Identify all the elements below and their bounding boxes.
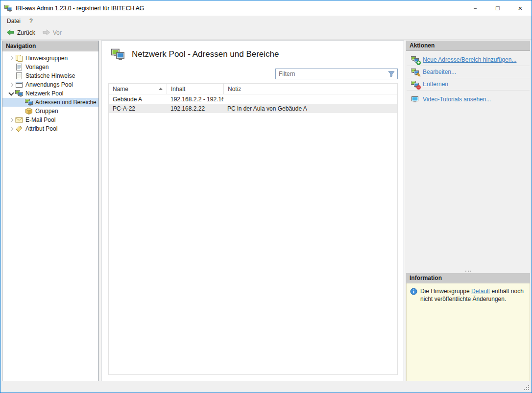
page-title: Netzwerk Pool - Adressen und Bereiche	[132, 49, 279, 59]
action-label: Neue Adresse/Bereich hinzufügen...	[423, 56, 516, 63]
forward-arrow-icon	[42, 29, 50, 37]
table-row[interactable]: Gebäude A 192.168.2.2 - 192.16...	[109, 94, 397, 104]
panel-splitter[interactable]	[406, 269, 530, 273]
app-icon	[4, 4, 12, 12]
back-arrow-icon	[6, 29, 15, 37]
menu-datei[interactable]: Datei	[2, 16, 25, 26]
minimize-button[interactable]: −	[464, 0, 486, 16]
nav-item-attribut-pool[interactable]: Attribut Pool	[2, 124, 98, 133]
information-text: Die Hinweisgruppe Default enthält noch n…	[420, 287, 526, 303]
nav-item-label: Hinweisgruppen	[25, 55, 68, 62]
title-bar[interactable]: IBI-aws Admin 1.23.0 - registriert für I…	[0, 0, 532, 16]
info-icon	[410, 288, 417, 295]
maximize-icon: □	[496, 4, 500, 12]
application-window-icon	[15, 81, 23, 89]
plus-badge-icon	[416, 61, 421, 65]
splitter-dots-icon	[468, 271, 469, 272]
chevron-right-icon[interactable]	[7, 116, 15, 124]
table-row[interactable]: PC-A-22 192.168.2.22 PC in der Aula von …	[109, 104, 397, 113]
right-panel: Aktionen Neue Adresse/Bereich hinzufügen…	[406, 41, 530, 381]
menu-bar: Datei ?	[0, 16, 532, 26]
chevron-spacer	[7, 72, 15, 80]
actions-header: Aktionen	[406, 41, 530, 51]
filter-funnel-icon[interactable]	[387, 70, 395, 78]
action-label: Bearbeiten...	[423, 69, 456, 75]
cell-notiz: PC in der Aula von Gebäude A	[223, 104, 397, 113]
column-header-notiz[interactable]: Notiz	[223, 84, 397, 94]
tv-icon	[411, 95, 419, 103]
nav-item-vorlagen[interactable]: Vorlagen	[2, 63, 98, 71]
network-remove-icon	[411, 80, 419, 88]
package-icon	[25, 107, 33, 115]
close-icon: ×	[518, 4, 523, 12]
network-computers-icon	[15, 90, 23, 97]
nav-item-label: Statische Hinweise	[25, 72, 75, 79]
main-header: Netzwerk Pool - Adressen und Bereiche	[101, 41, 404, 68]
filter-input[interactable]	[276, 69, 387, 79]
cell-name: PC-A-22	[109, 104, 167, 113]
main-panel: Netzwerk Pool - Adressen und Bereiche Na…	[101, 41, 404, 381]
nav-item-netzwerk-pool[interactable]: Netzwerk Pool	[2, 89, 98, 98]
nav-item-email-pool[interactable]: E-Mail Pool	[2, 116, 98, 124]
column-header-label: Name	[113, 86, 128, 92]
resize-grip-icon[interactable]	[528, 389, 529, 390]
nav-item-label: Gruppen	[35, 108, 58, 115]
action-edit[interactable]: Bearbeiten...	[407, 66, 530, 78]
nav-item-statische-hinweise[interactable]: Statische Hinweise	[2, 71, 98, 80]
table-header-row: Name Inhalt Notiz	[109, 84, 397, 94]
nav-item-adressen-und-bereiche[interactable]: Adressen und Bereiche	[2, 98, 98, 107]
cell-inhalt: 192.168.2.22	[167, 104, 223, 113]
static-note-icon	[15, 72, 23, 80]
nav-item-gruppen[interactable]: Gruppen	[2, 107, 98, 116]
actions-list: Neue Adresse/Bereich hinzufügen... Bearb…	[406, 51, 530, 269]
template-icon	[15, 63, 23, 71]
default-group-link[interactable]: Default	[471, 288, 490, 295]
maximize-button[interactable]: □	[486, 0, 509, 16]
nav-item-hinweisgruppen[interactable]: Hinweisgruppen	[2, 54, 98, 63]
nav-item-anwendungs-pool[interactable]: Anwendungs Pool	[2, 80, 98, 89]
cell-name: Gebäude A	[109, 94, 167, 104]
chevron-spacer	[7, 63, 15, 71]
navigation-panel: Navigation Hinweisgruppen Vorlagen Stati…	[2, 41, 99, 381]
filter-box	[275, 69, 398, 79]
window-title: IBI-aws Admin 1.23.0 - registriert für I…	[16, 5, 144, 12]
menu-help[interactable]: ?	[25, 16, 37, 26]
cell-inhalt: 192.168.2.2 - 192.16...	[167, 94, 223, 104]
minus-badge-icon	[416, 85, 421, 90]
chevron-right-icon[interactable]	[7, 125, 15, 133]
forward-button-label: Vor	[53, 29, 62, 36]
minimize-icon: −	[473, 5, 477, 12]
status-bar	[1, 381, 531, 392]
window-controls: − □ ×	[464, 0, 532, 16]
network-add-icon	[411, 56, 419, 64]
action-add-address[interactable]: Neue Adresse/Bereich hinzufügen...	[407, 54, 530, 66]
back-button[interactable]: Zurück	[3, 27, 39, 39]
tag-icon	[15, 125, 23, 133]
column-header-inhalt[interactable]: Inhalt	[167, 84, 223, 94]
envelope-icon	[15, 116, 23, 124]
action-video-tutorials[interactable]: Video-Tutorials ansehen...	[407, 93, 530, 105]
pencil-badge-icon	[416, 73, 421, 77]
information-header: Information	[406, 273, 530, 283]
chevron-right-icon[interactable]	[7, 81, 15, 89]
column-header-name[interactable]: Name	[109, 84, 167, 94]
notes-group-icon	[15, 54, 23, 62]
forward-button[interactable]: Vor	[39, 27, 65, 39]
navigation-header: Navigation	[2, 41, 98, 51]
nav-item-label: Netzwerk Pool	[25, 90, 63, 97]
chevron-right-icon[interactable]	[7, 54, 15, 62]
network-computers-icon	[25, 98, 33, 106]
nav-item-label: Attribut Pool	[25, 125, 57, 132]
information-body: Die Hinweisgruppe Default enthält noch n…	[406, 283, 530, 381]
toolbar: Zurück Vor	[0, 26, 532, 40]
filter-row	[108, 69, 398, 81]
action-label: Entfernen	[423, 81, 448, 88]
network-pool-icon	[111, 48, 124, 61]
action-remove[interactable]: Entfernen	[407, 78, 530, 91]
nav-item-label: Anwendungs Pool	[25, 81, 73, 88]
back-button-label: Zurück	[17, 29, 35, 36]
app-window: IBI-aws Admin 1.23.0 - registriert für I…	[0, 0, 532, 393]
chevron-down-icon[interactable]	[7, 90, 15, 97]
cell-notiz	[223, 94, 397, 104]
close-button[interactable]: ×	[509, 0, 532, 16]
